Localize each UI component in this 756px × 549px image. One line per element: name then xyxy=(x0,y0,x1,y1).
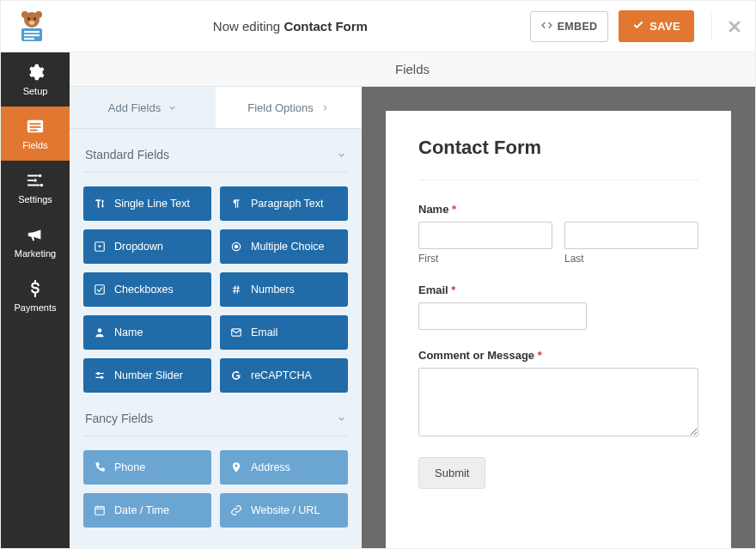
field-button-name[interactable]: Name xyxy=(83,315,211,350)
code-icon xyxy=(541,20,552,34)
last-name-input[interactable] xyxy=(564,222,698,249)
subheader: Fields xyxy=(70,52,755,87)
sidenav-item-fields[interactable]: Fields xyxy=(1,107,70,161)
svg-rect-9 xyxy=(24,38,34,40)
close-icon xyxy=(726,18,743,35)
field-grid-fancy: PhoneAddressDate / TimeWebsite / URL xyxy=(83,450,348,528)
required-mark: * xyxy=(452,203,456,216)
map-pin-icon xyxy=(230,461,242,473)
svg-point-16 xyxy=(40,184,44,187)
email-label: Email * xyxy=(418,284,698,296)
field-button-dropdown[interactable]: Dropdown xyxy=(83,229,211,264)
svg-point-4 xyxy=(34,17,36,20)
field-button-address[interactable]: Address xyxy=(220,450,348,485)
first-sublabel: First xyxy=(418,253,552,265)
save-button[interactable]: SAVE xyxy=(619,10,694,42)
page-title: Now editing Contact Form xyxy=(51,19,530,34)
google-icon xyxy=(230,369,242,381)
field-button-numbers[interactable]: Numbers xyxy=(220,272,348,307)
message-input[interactable] xyxy=(418,368,698,436)
phone-icon xyxy=(94,461,106,473)
text-height-icon xyxy=(94,198,106,210)
sidenav-item-setup[interactable]: Setup xyxy=(1,52,70,107)
name-label: Name * xyxy=(418,203,698,216)
fields-scroll[interactable]: Standard FieldsSingle Line TextParagraph… xyxy=(70,129,362,548)
form-preview[interactable]: Contact Form Name * First xyxy=(386,111,731,548)
field-message: Comment or Message * xyxy=(418,349,698,440)
field-button-multiple-choice[interactable]: Multiple Choice xyxy=(220,229,348,264)
message-label: Comment or Message * xyxy=(418,349,698,362)
tab-add-fields[interactable]: Add Fields xyxy=(70,87,216,128)
subheader-title: Fields xyxy=(395,62,430,76)
section-head-standard[interactable]: Standard Fields xyxy=(83,129,348,173)
svg-rect-13 xyxy=(30,130,38,131)
svg-point-15 xyxy=(34,179,37,182)
caret-square-icon xyxy=(94,241,106,253)
svg-point-3 xyxy=(27,17,30,20)
tab-field-options[interactable]: Field Options xyxy=(216,87,362,128)
embed-label: EMBED xyxy=(558,21,598,33)
save-label: SAVE xyxy=(649,20,680,33)
svg-point-2 xyxy=(35,11,42,18)
preview-area: Contact Form Name * First xyxy=(362,87,755,548)
field-button-date-time[interactable]: Date / Time xyxy=(83,493,211,528)
sidenav-item-settings[interactable]: Settings xyxy=(1,161,70,215)
sliders-icon xyxy=(94,369,106,381)
svg-point-19 xyxy=(235,245,238,248)
fields-panel: Add Fields Field Options Standard Fields… xyxy=(70,87,362,548)
sliders-icon xyxy=(26,171,45,190)
gear-icon xyxy=(26,63,45,82)
sidenav: Setup Fields Settings Marketing Payments xyxy=(1,52,70,548)
field-button-email[interactable]: Email xyxy=(220,315,348,350)
field-button-checkboxes[interactable]: Checkboxes xyxy=(83,272,211,307)
svg-point-5 xyxy=(29,21,34,25)
field-grid-standard: Single Line TextParagraph TextDropdownMu… xyxy=(83,186,348,393)
envelope-icon xyxy=(230,326,242,339)
editing-form-name: Contact Form xyxy=(284,19,368,34)
required-mark: * xyxy=(451,284,455,296)
embed-button[interactable]: EMBED xyxy=(530,11,609,42)
svg-rect-25 xyxy=(95,507,105,515)
chevron-down-icon xyxy=(168,103,177,113)
first-name-input[interactable] xyxy=(418,222,552,249)
check-square-icon xyxy=(94,284,106,296)
svg-rect-11 xyxy=(30,123,41,125)
svg-point-23 xyxy=(97,373,99,375)
svg-rect-20 xyxy=(95,285,105,295)
dollar-icon xyxy=(26,279,45,298)
field-button-single-line-text[interactable]: Single Line Text xyxy=(83,186,211,221)
list-icon xyxy=(26,117,45,136)
field-email: Email * xyxy=(418,284,698,330)
svg-point-24 xyxy=(101,376,102,378)
top-actions: EMBED SAVE xyxy=(530,10,743,42)
chevron-right-icon xyxy=(320,103,330,113)
chevron-down-icon xyxy=(337,150,346,160)
field-button-website-url[interactable]: Website / URL xyxy=(220,493,348,528)
calendar-icon xyxy=(94,504,106,516)
field-button-phone[interactable]: Phone xyxy=(83,450,211,485)
user-icon xyxy=(94,326,106,339)
sidenav-item-payments[interactable]: Payments xyxy=(1,269,70,323)
form-title: Contact Form xyxy=(418,137,698,180)
field-button-paragraph-text[interactable]: Paragraph Text xyxy=(220,186,348,221)
editing-prefix: Now editing xyxy=(213,19,284,34)
svg-point-1 xyxy=(21,11,28,18)
section-head-fancy[interactable]: Fancy Fields xyxy=(83,393,348,436)
close-button[interactable] xyxy=(711,13,743,40)
field-button-number-slider[interactable]: Number Slider xyxy=(83,358,211,393)
link-icon xyxy=(230,504,242,516)
dot-circle-icon xyxy=(230,241,242,253)
last-sublabel: Last xyxy=(564,253,698,265)
svg-point-14 xyxy=(39,174,42,178)
svg-rect-12 xyxy=(30,126,41,128)
check-icon xyxy=(632,19,644,34)
chevron-down-icon xyxy=(337,414,346,424)
app-logo xyxy=(13,8,51,46)
field-button-recaptcha[interactable]: reCAPTCHA xyxy=(220,358,348,393)
pilcrow-icon xyxy=(230,198,242,210)
sidenav-item-marketing[interactable]: Marketing xyxy=(1,215,70,269)
email-input[interactable] xyxy=(418,302,587,330)
bullhorn-icon xyxy=(26,225,45,244)
submit-button[interactable]: Submit xyxy=(418,457,485,489)
hash-icon xyxy=(230,284,242,296)
